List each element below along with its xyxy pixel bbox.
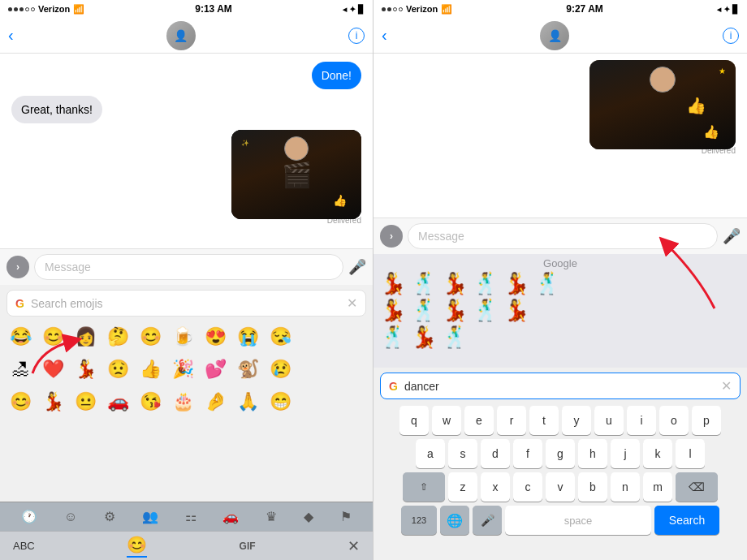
dancer-10[interactable]: 🕺 xyxy=(473,298,499,323)
key-r[interactable]: r xyxy=(497,406,526,435)
keyboard-close-button[interactable]: ✕ xyxy=(348,537,360,555)
key-s[interactable]: s xyxy=(448,439,477,468)
key-e[interactable]: e xyxy=(464,406,494,435)
dancer-3[interactable]: 💃 xyxy=(442,271,468,296)
emoji-dancer2[interactable]: 💃 xyxy=(37,386,68,417)
smiley-icon[interactable]: ☺ xyxy=(64,510,77,524)
expand-button-right[interactable]: › xyxy=(380,225,403,248)
key-mic[interactable]: 🎤 xyxy=(473,506,502,535)
clock-icon[interactable]: 🕐 xyxy=(21,509,37,524)
emoji-beach[interactable]: 🏖 xyxy=(5,354,36,385)
dancer-6[interactable]: 🕺 xyxy=(534,271,560,296)
dancer-5[interactable]: 💃 xyxy=(503,271,529,296)
emoji-car[interactable]: 🚗 xyxy=(102,386,133,417)
emoji-cry[interactable]: 😭 xyxy=(232,321,263,352)
message-field-right[interactable]: Message xyxy=(408,223,718,249)
key-c[interactable]: c xyxy=(513,472,542,502)
key-t[interactable]: t xyxy=(529,406,559,435)
key-h[interactable]: h xyxy=(578,439,607,468)
key-q[interactable]: q xyxy=(399,406,429,435)
emoji-thumbsup[interactable]: 👍 xyxy=(135,354,166,385)
key-space[interactable]: space xyxy=(505,506,651,535)
emoji-thinking[interactable]: 🤔 xyxy=(102,321,133,352)
key-d[interactable]: d xyxy=(481,439,510,468)
key-y[interactable]: y xyxy=(562,406,591,435)
key-i[interactable]: i xyxy=(627,406,656,435)
car-icon[interactable]: 🚗 xyxy=(222,509,239,524)
dancer-8[interactable]: 🕺 xyxy=(411,298,437,323)
key-l[interactable]: l xyxy=(676,439,705,468)
emoji-heart-eyes[interactable]: 😍 xyxy=(200,321,231,352)
emoji-heart[interactable]: ❤️ xyxy=(37,354,68,385)
key-w[interactable]: w xyxy=(432,406,461,435)
people-icon[interactable]: 👥 xyxy=(142,509,158,524)
key-g[interactable]: g xyxy=(546,439,575,468)
diamond-icon[interactable]: ◆ xyxy=(304,509,313,524)
mic-button-right[interactable]: 🎤 xyxy=(723,227,741,245)
crown-icon[interactable]: ♛ xyxy=(266,509,277,524)
dancer-9[interactable]: 💃 xyxy=(442,298,468,323)
emoji-happy[interactable]: 😊 xyxy=(5,386,36,417)
emoji-laughing[interactable]: 😂 xyxy=(5,321,36,352)
dancer-7[interactable]: 💃 xyxy=(380,298,406,323)
emoji-kiss[interactable]: 😘 xyxy=(135,386,166,417)
emoji-dancer[interactable]: 💃 xyxy=(70,354,101,385)
key-z[interactable]: z xyxy=(448,472,477,502)
gboard-search-bar-right[interactable]: G dancer ✕ xyxy=(380,373,741,399)
dancer-2[interactable]: 🕺 xyxy=(411,271,437,296)
key-a[interactable]: a xyxy=(416,439,445,468)
emoji-sob[interactable]: 😢 xyxy=(265,354,296,385)
emoji-grin[interactable]: 😁 xyxy=(265,386,296,417)
grid-icon[interactable]: ⚏ xyxy=(185,509,196,524)
expand-button-left[interactable]: › xyxy=(6,256,29,278)
key-shift[interactable]: ⇧ xyxy=(403,472,445,502)
key-x[interactable]: x xyxy=(481,472,510,502)
info-button-right[interactable]: i xyxy=(723,28,739,44)
back-button-left[interactable]: ‹ xyxy=(8,26,14,45)
clear-search-right[interactable]: ✕ xyxy=(721,378,732,394)
emoji-button[interactable]: 😊 xyxy=(127,535,147,558)
emoji-hearts[interactable]: 💕 xyxy=(200,354,231,385)
abc-button[interactable]: ABC xyxy=(13,540,35,552)
emoji-tired[interactable]: 😪 xyxy=(265,321,296,352)
emoji-cake[interactable]: 🎂 xyxy=(167,386,198,417)
dancer-14[interactable]: 🕺 xyxy=(442,325,468,350)
mic-button-left[interactable]: 🎤 xyxy=(348,258,366,276)
key-u[interactable]: u xyxy=(594,406,624,435)
emoji-beer[interactable]: 🍺 xyxy=(167,321,198,352)
dancer-12[interactable]: 🕺 xyxy=(380,325,406,350)
gif-button[interactable]: GIF xyxy=(240,541,256,552)
emoji-neutral[interactable]: 😐 xyxy=(70,386,101,417)
emoji-sad[interactable]: 😟 xyxy=(102,354,133,385)
emoji-smile[interactable]: 😊 xyxy=(37,321,68,352)
clear-search-left[interactable]: ✕ xyxy=(347,295,357,311)
info-button-left[interactable]: i xyxy=(348,28,365,44)
key-delete[interactable]: ⌫ xyxy=(676,472,718,502)
key-o[interactable]: o xyxy=(659,406,689,435)
gboard-search-bar-left[interactable]: G Search emojis ✕ xyxy=(6,290,366,317)
key-globe[interactable]: 🌐 xyxy=(440,506,469,535)
emoji-party[interactable]: 🎉 xyxy=(167,354,198,385)
emoji-pray[interactable]: 🙏 xyxy=(232,386,263,417)
dancer-1[interactable]: 💃 xyxy=(380,271,406,296)
emoji-monkey[interactable]: 🐒 xyxy=(232,354,263,385)
emoji-pinch[interactable]: 🤌 xyxy=(200,386,231,417)
key-b[interactable]: b xyxy=(578,472,607,502)
key-123[interactable]: 123 xyxy=(401,506,437,535)
key-n[interactable]: n xyxy=(611,472,640,502)
flag-icon[interactable]: ⚑ xyxy=(340,509,352,524)
emoji-woman[interactable]: 👩 xyxy=(70,321,101,352)
key-f[interactable]: f xyxy=(513,439,542,468)
key-j[interactable]: j xyxy=(611,439,640,468)
dancer-11[interactable]: 💃 xyxy=(503,298,529,323)
dancer-13[interactable]: 💃 xyxy=(411,325,437,350)
contact-avatar-left[interactable]: 👤 xyxy=(166,21,196,50)
message-field-left[interactable]: Message xyxy=(34,254,343,280)
emoji-blush[interactable]: 😊 xyxy=(135,321,166,352)
dancer-4[interactable]: 🕺 xyxy=(473,271,499,296)
key-p[interactable]: p xyxy=(692,406,721,435)
back-button-right[interactable]: ‹ xyxy=(382,26,387,45)
key-m[interactable]: m xyxy=(643,472,672,502)
settings-icon[interactable]: ⚙ xyxy=(104,509,115,524)
search-button[interactable]: Search xyxy=(654,506,719,535)
